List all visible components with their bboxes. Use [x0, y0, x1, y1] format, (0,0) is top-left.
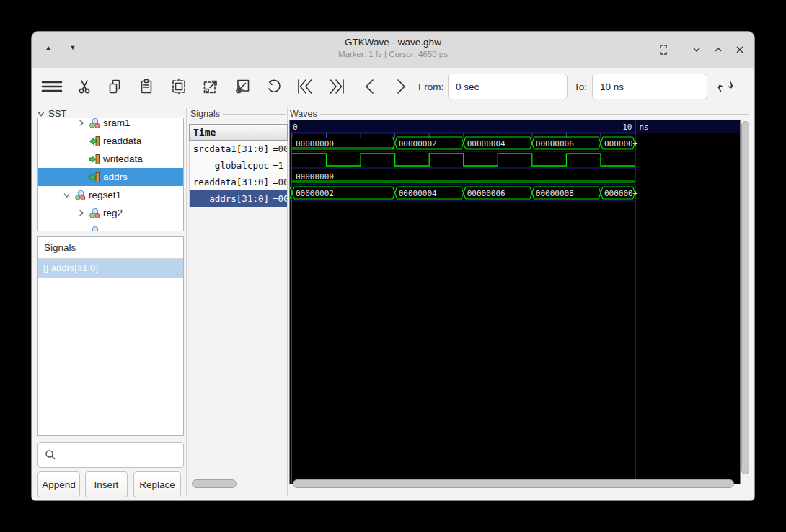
tree-item-label: addrs: [103, 172, 128, 182]
chevron-collapsed-icon[interactable]: [74, 209, 87, 217]
waves-hscrollbar[interactable]: [293, 479, 734, 488]
window-title: GTKWave - wave.ghw: [32, 37, 754, 48]
signals-list-header[interactable]: Signals: [38, 237, 183, 259]
tree-item-writedata[interactable]: writedata: [38, 150, 183, 168]
fullscreen-icon: [658, 44, 669, 56]
tree-item-addrs[interactable]: addrs: [38, 168, 183, 186]
menu-button[interactable]: [40, 74, 64, 99]
search-field[interactable]: [37, 442, 184, 468]
tree-item-regset1[interactable]: regset1: [38, 186, 183, 204]
gtkwave-window: ▲ ▼ GTKWave - wave.ghw Marker: 1 fs | Cu…: [32, 32, 754, 500]
tree-item-reg2[interactable]: reg2: [38, 204, 183, 222]
chevron-down-icon: [691, 44, 702, 56]
zoom-in-icon: [201, 77, 220, 96]
waveform-svg[interactable]: 010ns00000000000000020000000400000006000…: [290, 120, 740, 484]
marker-cursor-status: Marker: 1 fs | Cursor: 4650 ps: [32, 50, 754, 58]
undo-icon: [264, 77, 283, 96]
svg-text:000000+: 000000+: [604, 189, 638, 198]
go-to-end-button[interactable]: [324, 74, 349, 99]
tree-item-partial[interactable]: [38, 222, 183, 231]
to-input[interactable]: [592, 74, 707, 99]
scissors-icon: [76, 78, 93, 95]
from-label: From:: [418, 81, 443, 92]
close-button[interactable]: [732, 42, 748, 58]
wave-canvas[interactable]: 010ns00000000000000020000000400000006000…: [289, 120, 741, 484]
chevron-collapsed-icon[interactable]: [74, 119, 87, 127]
signal-name: readdata[31:0]: [190, 174, 269, 190]
pane-divider[interactable]: [186, 108, 187, 496]
to-label: To:: [574, 81, 587, 92]
fullscreen-button[interactable]: [655, 42, 671, 58]
signal-name: srcdata1[31:0]: [190, 141, 269, 157]
signal-row[interactable]: srcdata1[31:0]=00000000: [190, 141, 287, 157]
zoom-out-icon: [233, 77, 252, 96]
replace-button[interactable]: Replace: [133, 471, 181, 497]
previous-edge-button[interactable]: [358, 74, 382, 99]
maximize-button[interactable]: [710, 42, 726, 58]
svg-text:00000000: 00000000: [296, 139, 334, 148]
close-icon: [734, 44, 746, 56]
zoom-in-button[interactable]: [198, 74, 223, 99]
reload-button[interactable]: [713, 74, 738, 99]
tree-item-label: readdata: [103, 136, 141, 146]
from-input[interactable]: [448, 74, 568, 99]
tree-item-readdata[interactable]: readdata: [38, 132, 183, 150]
undo-button[interactable]: [261, 74, 286, 99]
chevron-expanded-icon: [37, 110, 45, 118]
tree-item-label: regset1: [89, 190, 121, 200]
signals-frame-label: Signals: [190, 109, 286, 119]
tree-item-label: writedata: [103, 154, 143, 164]
svg-text:00000000: 00000000: [296, 172, 334, 182]
tree-item-sram1[interactable]: sram1: [38, 118, 183, 132]
signal-value: =1: [273, 160, 283, 171]
signal-value: =00000000: [273, 143, 287, 154]
signal-value: =00000002: [273, 193, 287, 204]
time-column-header[interactable]: Time: [189, 124, 288, 141]
chevron-left-icon: [361, 77, 379, 96]
module-icon: [87, 226, 102, 232]
search-icon: [45, 449, 56, 461]
insert-button[interactable]: Insert: [85, 471, 128, 497]
chevron-expanded-icon[interactable]: [60, 191, 73, 199]
svg-text:0: 0: [293, 123, 298, 132]
cut-button[interactable]: [72, 74, 97, 99]
zoom-fit-button[interactable]: [167, 74, 191, 99]
tree-item-label: sram1: [103, 118, 131, 128]
next-edge-button[interactable]: [389, 74, 413, 99]
svg-text:00000004: 00000004: [467, 139, 505, 148]
paste-button[interactable]: [134, 74, 159, 99]
svg-text:000000+: 000000+: [604, 139, 638, 148]
copy-button[interactable]: [102, 74, 127, 99]
port-out-icon: [87, 154, 102, 165]
svg-text:ns: ns: [640, 123, 649, 132]
copy-icon: [106, 78, 123, 95]
tree-item-label: reg2: [103, 208, 123, 218]
svg-text:00000004: 00000004: [399, 189, 437, 198]
minimize-button[interactable]: [689, 42, 705, 58]
signal-row[interactable]: globalcpuc=1: [190, 157, 287, 174]
svg-text:00000006: 00000006: [467, 189, 505, 198]
append-button[interactable]: Append: [37, 471, 80, 497]
chevron-right-icon: [392, 77, 410, 96]
paste-icon: [138, 78, 155, 95]
waves-vscrollbar[interactable]: [741, 121, 749, 474]
port-in-icon: [87, 136, 102, 147]
signals-list[interactable]: [] addrs[31:0]: [38, 259, 183, 278]
sst-tree[interactable]: sram1readdatawritedataaddrsregset1reg2: [37, 118, 184, 231]
signal-row[interactable]: readdata[31:0]=00000000: [190, 174, 287, 190]
signals-hscrollbar[interactable]: [192, 479, 237, 488]
signal-value: =00000000: [273, 177, 287, 187]
titlebar[interactable]: ▲ ▼ GTKWave - wave.ghw Marker: 1 fs | Cu…: [32, 32, 754, 68]
signal-name-rows[interactable]: srcdata1[31:0]=00000000globalcpuc=1readd…: [189, 141, 288, 207]
waves-frame-label: Waves: [290, 109, 749, 119]
signal-row[interactable]: addrs[31:0]=00000002: [190, 190, 287, 207]
signal-name: globalcpuc: [190, 157, 269, 174]
svg-text:10: 10: [622, 123, 632, 132]
signals-list-panel: Signals [] addrs[31:0]: [37, 236, 184, 436]
hamburger-menu-icon: [41, 78, 63, 95]
skip-to-start-icon: [295, 77, 315, 96]
list-item[interactable]: [] addrs[31:0]: [38, 259, 183, 278]
go-to-start-button[interactable]: [293, 74, 317, 99]
zoom-out-button[interactable]: [230, 74, 255, 99]
zoom-fit-icon: [169, 77, 188, 96]
